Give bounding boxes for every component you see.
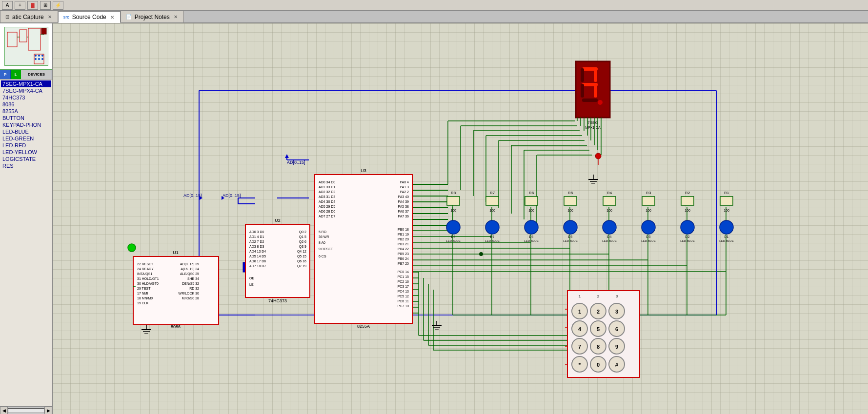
svg-point-148 bbox=[485, 220, 499, 234]
sidebar-item-8255a[interactable]: 8255A bbox=[1, 108, 51, 115]
svg-text:Q1  5: Q1 5 bbox=[299, 235, 306, 239]
tab-schematic[interactable]: ⊡ atic Capture ✕ bbox=[0, 11, 58, 22]
svg-text:D6: D6 bbox=[529, 235, 534, 238]
sidebar-item-led-blue[interactable]: LED-BLUE bbox=[1, 128, 51, 135]
svg-point-13 bbox=[38, 58, 40, 60]
svg-text:AD1  33  D1: AD1 33 D1 bbox=[319, 185, 335, 189]
sidebar-scroll-right[interactable]: ▶ bbox=[44, 407, 52, 414]
toolbar-btn-a[interactable]: A bbox=[2, 1, 13, 10]
toolbar-btn-grid[interactable]: ⊞ bbox=[40, 1, 51, 10]
tab-notes-close[interactable]: ✕ bbox=[173, 14, 179, 20]
tab-source[interactable]: src Source Code ✕ bbox=[58, 11, 121, 23]
sidebar-scroll-track[interactable] bbox=[8, 408, 44, 413]
svg-text:AD3  31  D3: AD3 31 D3 bbox=[319, 195, 335, 198]
svg-text:AD0   3  D0: AD0 3 D0 bbox=[249, 230, 264, 234]
mode-devices-btn[interactable]: DEVICES bbox=[21, 70, 52, 79]
svg-text:Q7 19: Q7 19 bbox=[297, 264, 306, 268]
svg-rect-142 bbox=[720, 197, 733, 205]
sidebar-scroll-left[interactable]: ◀ bbox=[0, 407, 8, 414]
svg-text:PA7  36: PA7 36 bbox=[398, 215, 409, 218]
svg-text:AD4  30  D4: AD4 30 D4 bbox=[319, 200, 335, 203]
svg-text:PA6  37: PA6 37 bbox=[398, 210, 409, 213]
svg-rect-175 bbox=[594, 84, 597, 98]
svg-text:36  WR: 36 WR bbox=[319, 235, 329, 238]
mode-p-btn[interactable]: P bbox=[0, 70, 11, 79]
svg-text:1: 1 bbox=[578, 309, 581, 315]
sidebar-item-keypad[interactable]: KEYPAD-PHON bbox=[1, 121, 51, 128]
sidebar-item-button[interactable]: BUTTON bbox=[1, 115, 51, 121]
svg-text:5: 5 bbox=[597, 326, 600, 332]
tab-schematic-close[interactable]: ✕ bbox=[47, 14, 53, 20]
svg-text:LED-BLUE: LED-BLUE bbox=[563, 239, 577, 242]
svg-rect-1 bbox=[20, 30, 27, 42]
svg-text:PB6  24: PB6 24 bbox=[398, 257, 409, 260]
toolbar-btn-add[interactable]: + bbox=[15, 1, 25, 10]
svg-rect-124 bbox=[486, 197, 499, 205]
schematic-canvas-area[interactable]: 0 bbox=[53, 23, 868, 414]
sidebar-item-7seg-mpx1[interactable]: 7SEG-MPX1-CA bbox=[1, 80, 51, 87]
sidebar-item-led-yellow[interactable]: LED-YELLOW bbox=[1, 149, 51, 156]
svg-rect-121 bbox=[447, 197, 460, 205]
svg-text:PB1  19: PB1 19 bbox=[398, 233, 409, 236]
svg-text:7SEG: 7SEG bbox=[587, 120, 598, 125]
svg-text:Q2  6: Q2 6 bbox=[299, 240, 306, 244]
sidebar-item-led-red[interactable]: LED-RED bbox=[1, 142, 51, 149]
svg-point-11 bbox=[41, 55, 43, 57]
svg-text:PC5  12: PC5 12 bbox=[398, 295, 409, 298]
svg-rect-127 bbox=[525, 197, 538, 205]
sidebar-item-8086[interactable]: 8086 bbox=[1, 101, 51, 108]
svg-text:AD7  18  D7: AD7 18 D7 bbox=[249, 264, 266, 268]
tab-notes[interactable]: 📄 Project Notes ✕ bbox=[121, 11, 184, 22]
svg-text:5  RD: 5 RD bbox=[319, 230, 326, 234]
svg-point-9 bbox=[35, 55, 37, 57]
tab-source-close[interactable]: ✕ bbox=[109, 15, 115, 20]
svg-text:8086: 8086 bbox=[171, 324, 181, 329]
svg-text:R4: R4 bbox=[607, 191, 612, 195]
svg-text:AD[0..15]  39: AD[0..15] 39 bbox=[180, 262, 199, 266]
svg-rect-190 bbox=[133, 256, 219, 325]
svg-text:M/IO/S0    28: M/IO/S0 28 bbox=[182, 296, 200, 300]
sidebar-item-7seg-mpx4[interactable]: 7SEG-MPX4-CA bbox=[1, 87, 51, 94]
svg-text:9: 9 bbox=[615, 344, 618, 350]
toolbar-btn-lightning[interactable]: ⚡ bbox=[53, 1, 63, 10]
schematic-canvas[interactable]: 0 bbox=[53, 23, 868, 414]
svg-text:PC6  11: PC6 11 bbox=[398, 299, 409, 303]
svg-point-157 bbox=[603, 220, 616, 234]
svg-text:PA5  38: PA5 38 bbox=[398, 205, 409, 208]
svg-text:PA1  3: PA1 3 bbox=[400, 185, 409, 189]
svg-text:100: 100 bbox=[528, 209, 534, 212]
sidebar-item-logicstate[interactable]: LOGICSTATE bbox=[1, 156, 51, 162]
svg-point-160 bbox=[642, 220, 655, 234]
sidebar-item-led-green[interactable]: LED-GREEN bbox=[1, 135, 51, 142]
svg-text:PC0  14: PC0 14 bbox=[398, 270, 409, 274]
svg-text:AD6  17  D6: AD6 17 D6 bbox=[249, 259, 266, 263]
svg-text:ALE/QS0    25: ALE/QS0 25 bbox=[180, 272, 199, 276]
svg-text:A[16..19]  24: A[16..19] 24 bbox=[181, 267, 199, 271]
toolbar-btn-pdf[interactable]: ▓ bbox=[27, 1, 38, 10]
toolbar: A + ▓ ⊞ ⚡ bbox=[0, 0, 868, 11]
svg-point-178 bbox=[595, 153, 601, 159]
svg-rect-171 bbox=[581, 68, 584, 82]
svg-text:#: # bbox=[615, 362, 618, 368]
svg-rect-7 bbox=[41, 28, 46, 34]
svg-text:PB0  18: PB0 18 bbox=[398, 228, 409, 231]
svg-text:AD0  34  D0: AD0 34 D0 bbox=[319, 180, 335, 184]
svg-rect-133 bbox=[603, 197, 616, 205]
svg-text:PC3  17: PC3 17 bbox=[398, 285, 409, 288]
svg-text:SHE        34: SHE 34 bbox=[187, 277, 199, 280]
tab-source-label: Source Code bbox=[72, 14, 106, 20]
sidebar-item-74hc373[interactable]: 74HC373 bbox=[1, 94, 51, 101]
tab-schematic-label: atic Capture bbox=[12, 14, 44, 20]
svg-text:Q0  2: Q0 2 bbox=[299, 230, 306, 234]
svg-point-145 bbox=[446, 220, 460, 234]
svg-text:6   CS: 6 CS bbox=[319, 255, 326, 258]
svg-rect-0 bbox=[7, 32, 17, 47]
svg-text:31  HOLD/GT1: 31 HOLD/GT1 bbox=[137, 277, 159, 280]
sidebar-thumb-inner bbox=[4, 27, 48, 66]
svg-text:PA2  2: PA2 2 bbox=[400, 190, 409, 194]
svg-rect-139 bbox=[681, 197, 694, 205]
sidebar-item-res[interactable]: RES bbox=[1, 162, 51, 169]
mode-l-btn[interactable]: L bbox=[11, 70, 21, 79]
svg-text:AD[0..15]: AD[0..15] bbox=[222, 193, 241, 198]
svg-text:1: 1 bbox=[579, 294, 581, 298]
